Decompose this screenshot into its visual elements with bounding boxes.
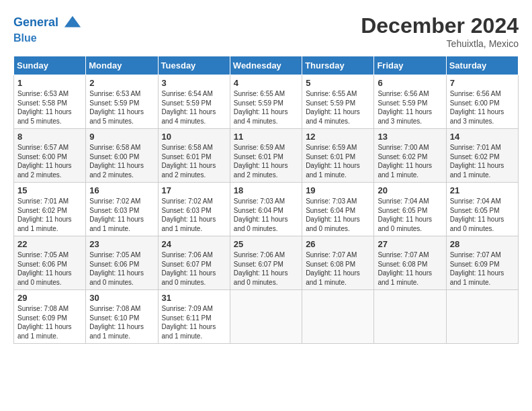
col-friday: Friday <box>374 56 446 75</box>
col-monday: Monday <box>86 56 158 75</box>
day-info: Sunrise: 6:56 AM Sunset: 5:59 PM Dayligh… <box>378 89 442 126</box>
table-row: 8Sunrise: 6:57 AM Sunset: 6:00 PM Daylig… <box>14 129 86 183</box>
day-number: 13 <box>378 132 442 142</box>
table-row: 9Sunrise: 6:58 AM Sunset: 6:00 PM Daylig… <box>86 129 158 183</box>
table-row: 2Sunrise: 6:53 AM Sunset: 5:59 PM Daylig… <box>86 75 158 129</box>
day-number: 3 <box>162 78 226 88</box>
day-info: Sunrise: 6:54 AM Sunset: 5:59 PM Dayligh… <box>162 89 226 126</box>
day-number: 9 <box>89 132 154 142</box>
day-info: Sunrise: 7:03 AM Sunset: 6:04 PM Dayligh… <box>234 197 298 233</box>
logo-text2: Blue <box>13 32 82 44</box>
day-number: 19 <box>306 185 370 195</box>
day-info: Sunrise: 7:06 AM Sunset: 6:07 PM Dayligh… <box>234 250 298 287</box>
day-number: 5 <box>306 78 370 88</box>
day-info: Sunrise: 7:05 AM Sunset: 6:06 PM Dayligh… <box>17 250 82 287</box>
table-row: 3Sunrise: 6:54 AM Sunset: 5:59 PM Daylig… <box>158 75 230 129</box>
table-row: 21Sunrise: 7:04 AM Sunset: 6:05 PM Dayli… <box>446 183 518 236</box>
day-number: 25 <box>234 239 298 249</box>
day-info: Sunrise: 7:02 AM Sunset: 6:03 PM Dayligh… <box>162 197 226 233</box>
day-info: Sunrise: 6:53 AM Sunset: 5:58 PM Dayligh… <box>17 89 82 126</box>
day-number: 12 <box>306 132 370 142</box>
table-row: 12Sunrise: 6:59 AM Sunset: 6:01 PM Dayli… <box>302 129 374 183</box>
table-row: 19Sunrise: 7:03 AM Sunset: 6:04 PM Dayli… <box>302 183 374 236</box>
table-row: 18Sunrise: 7:03 AM Sunset: 6:04 PM Dayli… <box>230 183 302 236</box>
day-info: Sunrise: 7:02 AM Sunset: 6:03 PM Dayligh… <box>89 197 154 233</box>
day-info: Sunrise: 6:55 AM Sunset: 5:59 PM Dayligh… <box>306 89 370 126</box>
day-number: 7 <box>450 78 515 88</box>
calendar-week-row: 29Sunrise: 7:08 AM Sunset: 6:09 PM Dayli… <box>14 290 519 344</box>
table-row: 28Sunrise: 7:07 AM Sunset: 6:09 PM Dayli… <box>446 236 518 290</box>
day-number: 11 <box>234 132 298 142</box>
table-row: 20Sunrise: 7:04 AM Sunset: 6:05 PM Dayli… <box>374 183 446 236</box>
day-info: Sunrise: 7:03 AM Sunset: 6:04 PM Dayligh… <box>306 197 370 233</box>
day-info: Sunrise: 6:58 AM Sunset: 6:01 PM Dayligh… <box>162 143 226 179</box>
page-header: General Blue December 2024 Tehuixtla, Me… <box>13 13 519 49</box>
day-info: Sunrise: 7:07 AM Sunset: 6:08 PM Dayligh… <box>378 250 442 287</box>
table-row: 31Sunrise: 7:09 AM Sunset: 6:11 PM Dayli… <box>158 290 230 344</box>
day-number: 14 <box>450 132 515 142</box>
day-number: 10 <box>162 132 226 142</box>
day-number: 27 <box>378 239 442 249</box>
calendar-body: 1Sunrise: 6:53 AM Sunset: 5:58 PM Daylig… <box>14 75 519 344</box>
table-row: 23Sunrise: 7:05 AM Sunset: 6:06 PM Dayli… <box>86 236 158 290</box>
day-info: Sunrise: 7:01 AM Sunset: 6:02 PM Dayligh… <box>17 197 82 233</box>
day-number: 20 <box>378 185 442 195</box>
day-number: 2 <box>89 78 154 88</box>
table-row <box>446 290 518 344</box>
calendar-week-row: 1Sunrise: 6:53 AM Sunset: 5:58 PM Daylig… <box>14 75 519 129</box>
table-row: 4Sunrise: 6:55 AM Sunset: 5:59 PM Daylig… <box>230 75 302 129</box>
table-row: 17Sunrise: 7:02 AM Sunset: 6:03 PM Dayli… <box>158 183 230 236</box>
day-number: 26 <box>306 239 370 249</box>
col-saturday: Saturday <box>446 56 518 75</box>
day-info: Sunrise: 7:08 AM Sunset: 6:09 PM Dayligh… <box>17 304 82 340</box>
table-row <box>374 290 446 344</box>
table-row: 1Sunrise: 6:53 AM Sunset: 5:58 PM Daylig… <box>14 75 86 129</box>
day-info: Sunrise: 6:56 AM Sunset: 6:00 PM Dayligh… <box>450 89 515 126</box>
day-info: Sunrise: 6:53 AM Sunset: 5:59 PM Dayligh… <box>89 89 154 126</box>
svg-marker-0 <box>64 16 81 28</box>
table-row: 26Sunrise: 7:07 AM Sunset: 6:08 PM Dayli… <box>302 236 374 290</box>
calendar-week-row: 8Sunrise: 6:57 AM Sunset: 6:00 PM Daylig… <box>14 129 519 183</box>
day-info: Sunrise: 6:59 AM Sunset: 6:01 PM Dayligh… <box>234 143 298 179</box>
day-number: 21 <box>450 185 515 195</box>
day-number: 16 <box>89 185 154 195</box>
table-row <box>302 290 374 344</box>
day-number: 30 <box>89 293 154 303</box>
table-row: 25Sunrise: 7:06 AM Sunset: 6:07 PM Dayli… <box>230 236 302 290</box>
day-info: Sunrise: 7:09 AM Sunset: 6:11 PM Dayligh… <box>162 304 226 340</box>
day-info: Sunrise: 7:07 AM Sunset: 6:08 PM Dayligh… <box>306 250 370 287</box>
col-sunday: Sunday <box>14 56 86 75</box>
table-row: 13Sunrise: 7:00 AM Sunset: 6:02 PM Dayli… <box>374 129 446 183</box>
table-row: 30Sunrise: 7:08 AM Sunset: 6:10 PM Dayli… <box>86 290 158 344</box>
calendar-week-row: 15Sunrise: 7:01 AM Sunset: 6:02 PM Dayli… <box>14 183 519 236</box>
table-row: 27Sunrise: 7:07 AM Sunset: 6:08 PM Dayli… <box>374 236 446 290</box>
table-row: 6Sunrise: 6:56 AM Sunset: 5:59 PM Daylig… <box>374 75 446 129</box>
day-info: Sunrise: 7:04 AM Sunset: 6:05 PM Dayligh… <box>378 197 442 233</box>
table-row: 7Sunrise: 6:56 AM Sunset: 6:00 PM Daylig… <box>446 75 518 129</box>
day-number: 29 <box>17 293 82 303</box>
day-number: 23 <box>89 239 154 249</box>
table-row: 14Sunrise: 7:01 AM Sunset: 6:02 PM Dayli… <box>446 129 518 183</box>
day-info: Sunrise: 7:08 AM Sunset: 6:10 PM Dayligh… <box>89 304 154 340</box>
table-row: 11Sunrise: 6:59 AM Sunset: 6:01 PM Dayli… <box>230 129 302 183</box>
table-row: 5Sunrise: 6:55 AM Sunset: 5:59 PM Daylig… <box>302 75 374 129</box>
logo: General Blue <box>13 13 82 44</box>
table-row: 15Sunrise: 7:01 AM Sunset: 6:02 PM Dayli… <box>14 183 86 236</box>
calendar-table: Sunday Monday Tuesday Wednesday Thursday… <box>13 56 519 344</box>
day-info: Sunrise: 7:04 AM Sunset: 6:05 PM Dayligh… <box>450 197 515 233</box>
day-info: Sunrise: 7:01 AM Sunset: 6:02 PM Dayligh… <box>450 143 515 179</box>
col-wednesday: Wednesday <box>230 56 302 75</box>
day-info: Sunrise: 7:00 AM Sunset: 6:02 PM Dayligh… <box>378 143 442 179</box>
table-row: 22Sunrise: 7:05 AM Sunset: 6:06 PM Dayli… <box>14 236 86 290</box>
day-info: Sunrise: 7:05 AM Sunset: 6:06 PM Dayligh… <box>89 250 154 287</box>
table-row <box>230 290 302 344</box>
table-row: 24Sunrise: 7:06 AM Sunset: 6:07 PM Dayli… <box>158 236 230 290</box>
col-thursday: Thursday <box>302 56 374 75</box>
day-number: 22 <box>17 239 82 249</box>
title-area: December 2024 Tehuixtla, Mexico <box>361 13 519 49</box>
day-info: Sunrise: 6:58 AM Sunset: 6:00 PM Dayligh… <box>89 143 154 179</box>
day-number: 18 <box>234 185 298 195</box>
table-row: 29Sunrise: 7:08 AM Sunset: 6:09 PM Dayli… <box>14 290 86 344</box>
day-number: 8 <box>17 132 82 142</box>
day-info: Sunrise: 6:55 AM Sunset: 5:59 PM Dayligh… <box>234 89 298 126</box>
